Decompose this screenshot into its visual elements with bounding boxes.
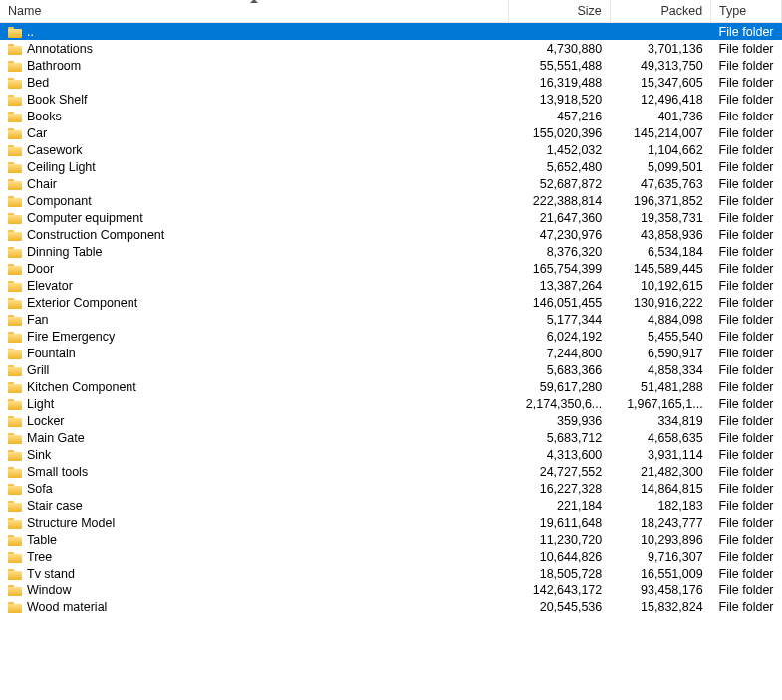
file-row[interactable]: Bed16,319,48815,347,605File folder	[0, 74, 782, 91]
file-name-label: Door	[27, 262, 54, 276]
file-row[interactable]: Ceiling Light5,652,4805,099,501File fold…	[0, 158, 782, 175]
file-row[interactable]: Casework1,452,0321,104,662File folder	[0, 141, 782, 158]
cell-name: Door	[0, 260, 509, 277]
cell-packed: 47,635,763	[610, 175, 710, 192]
file-row[interactable]: Structure Model19,611,64818,243,777File …	[0, 514, 782, 531]
file-row[interactable]: Wood material20,545,53615,832,824File fo…	[0, 598, 782, 615]
file-row[interactable]: Tree10,644,8269,716,307File folder	[0, 548, 782, 565]
cell-type: File folder	[711, 412, 782, 429]
file-row[interactable]: Kitchen Component59,617,28051,481,288Fil…	[0, 378, 782, 395]
cell-size: 7,244,800	[509, 345, 610, 361]
folder-icon	[8, 483, 22, 494]
cell-name: Fan	[0, 311, 509, 328]
cell-name: Window	[0, 582, 509, 598]
file-row[interactable]: Tv stand18,505,72816,551,009File folder	[0, 565, 782, 582]
file-row[interactable]: Sink4,313,6003,931,114File folder	[0, 446, 782, 463]
file-row[interactable]: Construction Component47,230,97643,858,9…	[0, 226, 782, 243]
cell-size: 5,683,712	[509, 429, 610, 446]
cell-size: 55,551,488	[509, 57, 610, 74]
column-header-packed[interactable]: Packed	[610, 0, 710, 23]
folder-icon	[8, 568, 22, 579]
cell-packed: 182,183	[610, 497, 710, 514]
file-list-table: Name Size Packed Type ..File folderAnnot…	[0, 0, 782, 615]
column-header-type[interactable]: Type	[711, 0, 782, 23]
file-row[interactable]: Book Shelf13,918,52012,496,418File folde…	[0, 91, 782, 108]
cell-size: 4,730,880	[509, 40, 610, 57]
folder-icon	[8, 364, 22, 375]
file-row[interactable]: Grill5,683,3664,858,334File folder	[0, 361, 782, 378]
cell-packed: 49,313,750	[610, 57, 710, 74]
file-row[interactable]: Fan5,177,3444,884,098File folder	[0, 311, 782, 328]
cell-packed: 145,589,445	[610, 260, 710, 277]
cell-size: 47,230,976	[509, 226, 610, 243]
file-row[interactable]: Stair case221,184182,183File folder	[0, 497, 782, 514]
cell-name: Construction Component	[0, 226, 509, 243]
cell-type: File folder	[711, 395, 782, 412]
cell-packed: 43,858,936	[610, 226, 710, 243]
file-name-label: Sofa	[27, 482, 53, 496]
cell-name: Fountain	[0, 345, 509, 361]
cell-packed: 196,371,852	[610, 192, 710, 209]
cell-type: File folder	[711, 108, 782, 124]
file-row[interactable]: Small tools24,727,55221,482,300File fold…	[0, 463, 782, 480]
file-row[interactable]: Table11,230,72010,293,896File folder	[0, 531, 782, 548]
file-row[interactable]: Car155,020,396145,214,007File folder	[0, 124, 782, 141]
cell-name: Sink	[0, 446, 509, 463]
cell-packed	[610, 23, 710, 41]
file-row[interactable]: Sofa16,227,32814,864,815File folder	[0, 480, 782, 497]
cell-size: 13,387,264	[509, 277, 610, 294]
file-row[interactable]: Dinning Table8,376,3206,534,184File fold…	[0, 243, 782, 260]
cell-size: 146,051,455	[509, 294, 610, 311]
file-row[interactable]: Elevator13,387,26410,192,615File folder	[0, 277, 782, 294]
cell-type: File folder	[711, 192, 782, 209]
cell-packed: 1,967,165,1...	[610, 395, 710, 412]
file-row[interactable]: Chair52,687,87247,635,763File folder	[0, 175, 782, 192]
file-row[interactable]: Fire Emergency6,024,1925,455,540File fol…	[0, 328, 782, 345]
cell-size: 5,683,366	[509, 361, 610, 378]
cell-size	[509, 23, 610, 41]
file-row[interactable]: Bathroom55,551,48849,313,750File folder	[0, 57, 782, 74]
cell-type: File folder	[711, 531, 782, 548]
cell-packed: 130,916,222	[610, 294, 710, 311]
cell-type: File folder	[711, 446, 782, 463]
cell-packed: 401,736	[610, 108, 710, 124]
file-row[interactable]: Exterior Component146,051,455130,916,222…	[0, 294, 782, 311]
cell-size: 2,174,350,6...	[509, 395, 610, 412]
file-name-label: Book Shelf	[27, 93, 87, 107]
file-row[interactable]: Fountain7,244,8006,590,917File folder	[0, 345, 782, 361]
cell-name: Kitchen Component	[0, 378, 509, 395]
folder-icon	[8, 246, 22, 257]
parent-folder-row[interactable]: ..File folder	[0, 23, 782, 41]
cell-packed: 145,214,007	[610, 124, 710, 141]
file-row[interactable]: Annotations4,730,8803,701,136File folder	[0, 40, 782, 57]
file-name-label: Window	[27, 583, 71, 597]
file-row[interactable]: Door165,754,399145,589,445File folder	[0, 260, 782, 277]
cell-packed: 15,832,824	[610, 598, 710, 615]
file-name-label: Ceiling Light	[27, 160, 96, 174]
cell-size: 5,177,344	[509, 311, 610, 328]
cell-size: 16,227,328	[509, 480, 610, 497]
cell-type: File folder	[711, 463, 782, 480]
column-header-type-label: Type	[719, 4, 746, 18]
file-row[interactable]: Light2,174,350,6...1,967,165,1...File fo…	[0, 395, 782, 412]
file-row[interactable]: Locker359,936334,819File folder	[0, 412, 782, 429]
file-row[interactable]: Main Gate5,683,7124,658,635File folder	[0, 429, 782, 446]
cell-name: Exterior Component	[0, 294, 509, 311]
cell-name: Dinning Table	[0, 243, 509, 260]
folder-icon	[8, 212, 22, 223]
cell-name: Fire Emergency	[0, 328, 509, 345]
file-row[interactable]: Componant222,388,814196,371,852File fold…	[0, 192, 782, 209]
folder-icon	[8, 466, 22, 477]
file-row[interactable]: Books457,216401,736File folder	[0, 108, 782, 124]
file-row[interactable]: Window142,643,17293,458,176File folder	[0, 582, 782, 598]
file-row[interactable]: Computer equipment21,647,36019,358,731Fi…	[0, 209, 782, 226]
cell-size: 457,216	[509, 108, 610, 124]
folder-icon	[8, 280, 22, 291]
sort-ascending-icon	[250, 0, 258, 3]
column-header-packed-label: Packed	[660, 4, 702, 18]
column-header-name[interactable]: Name	[0, 0, 509, 23]
cell-type: File folder	[711, 40, 782, 57]
column-header-size[interactable]: Size	[509, 0, 610, 23]
cell-packed: 4,884,098	[610, 311, 710, 328]
cell-type: File folder	[711, 158, 782, 175]
